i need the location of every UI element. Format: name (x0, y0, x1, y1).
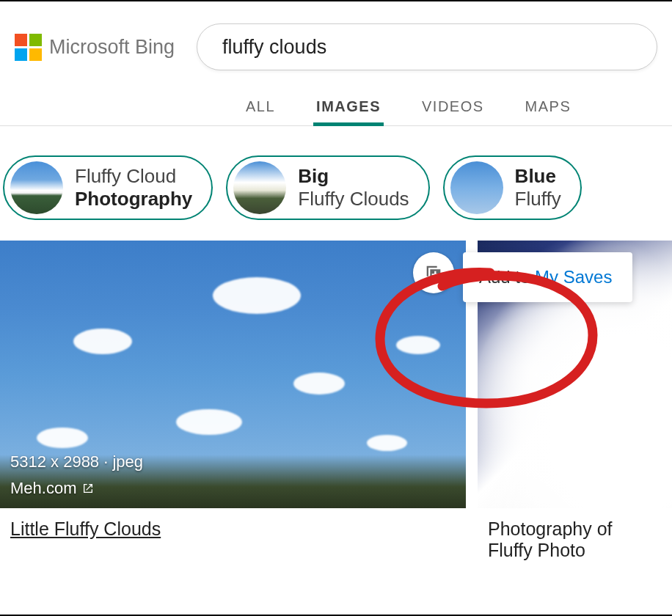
image-result: Add to My Saves Photography of Fluffy Ph… (478, 241, 672, 561)
suggestion-pill[interactable]: Blue Fluffy (443, 155, 582, 220)
save-tooltip[interactable]: Add to My Saves (463, 252, 632, 302)
brand-text: Microsoft Bing (49, 36, 175, 59)
suggestion-thumb (233, 161, 286, 214)
save-plus-icon (423, 263, 444, 283)
search-input[interactable] (197, 23, 657, 70)
result-dimensions: 5312 x 2988 · jpeg (10, 452, 143, 472)
tab-maps[interactable]: MAPS (525, 98, 571, 125)
my-saves-link[interactable]: My Saves (535, 267, 612, 287)
brand-logo[interactable]: Microsoft Bing (15, 34, 175, 61)
save-image-button[interactable] (413, 252, 454, 293)
related-suggestions: Fluffy Cloud Photography Big Fluffy Clou… (0, 126, 672, 235)
result-caption[interactable]: Little Fluffy Clouds (0, 508, 466, 540)
header: Microsoft Bing (0, 1, 672, 85)
suggestion-text: Big Fluffy Clouds (298, 165, 409, 210)
suggestion-thumb (10, 161, 63, 214)
suggestion-thumb (450, 161, 503, 214)
search-tabs: ALL IMAGES VIDEOS MAPS (0, 85, 672, 126)
external-link-icon (82, 483, 94, 494)
image-result: 5312 x 2988 · jpeg Meh.com Little Fluffy… (0, 241, 466, 561)
tab-all[interactable]: ALL (246, 98, 275, 125)
result-caption[interactable]: Photography of Fluffy Photo (478, 508, 672, 561)
result-thumbnail-wrap[interactable]: Add to My Saves (478, 241, 672, 508)
suggestion-pill[interactable]: Fluffy Cloud Photography (3, 155, 213, 220)
result-source: Meh.com (10, 479, 143, 498)
result-meta: 5312 x 2988 · jpeg Meh.com (10, 452, 143, 498)
image-results: 5312 x 2988 · jpeg Meh.com Little Fluffy… (0, 235, 672, 561)
suggestion-pill[interactable]: Big Fluffy Clouds (226, 155, 429, 220)
tab-images[interactable]: IMAGES (316, 98, 381, 125)
suggestion-text: Fluffy Cloud Photography (75, 165, 192, 210)
result-thumbnail-wrap[interactable]: 5312 x 2988 · jpeg Meh.com (0, 241, 466, 508)
tab-videos[interactable]: VIDEOS (422, 98, 484, 125)
suggestion-text: Blue Fluffy (515, 165, 561, 210)
microsoft-logo-icon (15, 34, 42, 61)
